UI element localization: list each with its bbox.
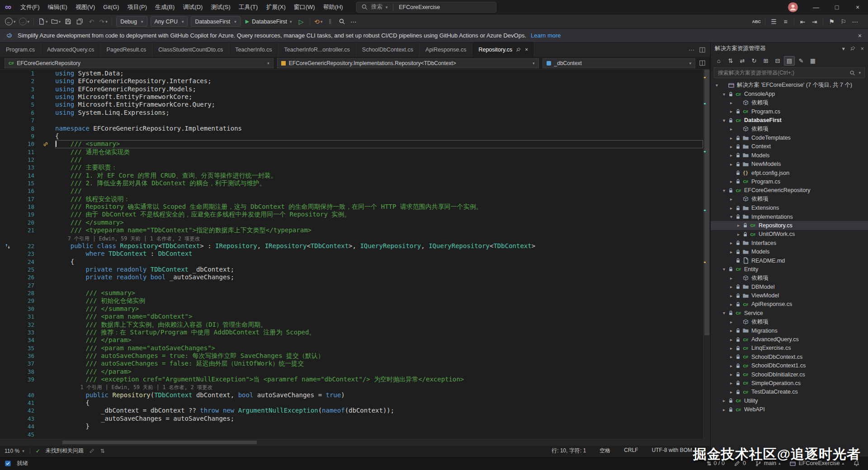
menu-test[interactable]: 测试(S) [207, 0, 234, 14]
decrease-indent[interactable]: ⇤ [797, 16, 808, 27]
tree-chevron-icon[interactable]: ▸ [728, 363, 735, 368]
code-line[interactable]: 13 /// 主要职责： [0, 164, 703, 171]
tree-chevron-icon[interactable]: ▾ [713, 83, 720, 88]
collapse-all-button[interactable]: ⊟ [772, 56, 783, 66]
code-cleanup-icon[interactable] [89, 448, 95, 454]
solution-search-box[interactable]: 搜索解决方案资源管理器(Ctrl+;) ▾ [714, 67, 865, 78]
editor-vertical-scrollbar[interactable] [703, 70, 710, 439]
editor-toolbar-overflow[interactable]: ⋯ [849, 16, 861, 27]
background-tasks-icon[interactable] [5, 460, 11, 467]
codelens-row[interactable]: 1 个引用 | Edwin, 59 天前 | 1 名作者, 2 项更改 [0, 383, 703, 391]
hot-reload[interactable]: ⟲▾ [313, 16, 324, 27]
tree-chevron-icon[interactable]: ▸ [728, 390, 735, 395]
code-line[interactable]: 34 /// </param> [0, 336, 703, 344]
tree-item-implementations[interactable]: ▾Implementations [711, 212, 868, 221]
tree-chevron-icon[interactable]: ▸ [728, 179, 735, 184]
tree-item-linqexercise-cs[interactable]: ▸C#LinqExercise.cs [711, 344, 868, 352]
code-line[interactable]: 29 /// 初始化仓储实例 [0, 297, 703, 305]
code-line[interactable]: 8namespace EFCoreGenericRepository.Imple… [0, 125, 703, 132]
switch-views-button[interactable]: ⌂ [713, 56, 724, 66]
code-line[interactable]: 17 /// 线程安全说明： [0, 195, 703, 203]
tree-item-advancedquery-cs[interactable]: ▸C#AdvancedQuery.cs [711, 335, 868, 343]
code-line[interactable]: 41 { [0, 399, 703, 407]
tab-schooldbcontext-cs[interactable]: SchoolDbContext.cs [356, 42, 420, 57]
tree-chevron-icon[interactable]: ▸ [728, 328, 735, 333]
menu-window[interactable]: 窗口(W) [290, 0, 319, 14]
menu-git[interactable]: Git(G) [99, 0, 123, 14]
tree-chevron-icon[interactable]: ▸ [728, 293, 735, 298]
code-line[interactable]: 39 /// <exception cref="ArgumentNullExce… [0, 376, 703, 383]
menu-edit[interactable]: 编辑(E) [44, 0, 71, 14]
start-without-debugging[interactable]: ▷ [296, 16, 307, 27]
tree-item-consoleapp[interactable]: ▾C#ConsoleApp [711, 89, 868, 98]
tree-item-解决方案-efcoreexercise-7-个项目-共-7-个[interactable]: ▾解决方案 'EFCoreExercise' (7 个项目, 共 7 个) [711, 81, 868, 89]
tree-item-context[interactable]: ▸Context [711, 142, 868, 151]
tree-item-codetemplates[interactable]: ▸CodeTemplates [711, 133, 868, 142]
tree-chevron-icon[interactable]: ▾ [721, 267, 727, 272]
codelens-row[interactable]: 7 个引用 | Edwin, 59 天前 | 1 名作者, 2 项更改 [0, 235, 703, 242]
code-line[interactable]: 24 { [0, 258, 703, 266]
tree-item-依赖项[interactable]: ▸依赖项 [711, 195, 868, 203]
tree-chevron-icon[interactable]: ▾ [721, 310, 727, 315]
file-encoding[interactable]: UTF-8 with BOM [652, 447, 692, 455]
codelens-info[interactable]: 7 个引用 | Edwin, 59 天前 | 1 名作者, 2 项更改 [55, 235, 200, 242]
code-line[interactable]: 11 /// 通用仓储实现类 [0, 148, 703, 156]
menu-help[interactable]: 帮助(H) [319, 0, 347, 14]
previous-bookmark[interactable]: ⚐ [838, 16, 849, 27]
code-line[interactable]: 16 /// [0, 187, 703, 195]
pin-panel-icon[interactable] [850, 46, 856, 52]
tree-item-program-cs[interactable]: ▸C#Program.cs [711, 107, 868, 116]
toggle-block-comment[interactable]: ☰ [768, 16, 779, 27]
tree-chevron-icon[interactable]: ▸ [728, 100, 735, 105]
code-line[interactable]: 27 [0, 282, 703, 289]
title-search-box[interactable]: 搜索 ▾ EFCoreExercise [356, 2, 496, 13]
code-line[interactable]: 2using EFCoreGenericRepository.Interface… [0, 77, 703, 85]
code-line[interactable]: 21 /// <typeparam name="TDbContext">指定的数… [0, 226, 703, 234]
solution-name-label[interactable]: EFCoreExercise [399, 4, 440, 10]
code-line[interactable]: 10 /// <summary> [0, 140, 703, 148]
tab-apiresponse-cs[interactable]: ApiResponse.cs [420, 42, 472, 57]
solution-platforms[interactable]: Any CPU▾ [151, 16, 188, 27]
tree-item-entity[interactable]: ▾C#Entity [711, 265, 868, 273]
code-line[interactable]: 14 /// 1. 对 EF Core 的常用 CRUD、查询、分页等操作进行统… [0, 172, 703, 179]
tree-chevron-icon[interactable]: ▸ [728, 320, 735, 324]
info-bar-close-icon[interactable]: × [858, 32, 862, 39]
break-all[interactable]: ‖ [325, 16, 336, 27]
code-line[interactable]: 44 } [0, 423, 703, 430]
start-debugging[interactable]: ▶DatabaseFirst▾ [242, 16, 295, 27]
tree-chevron-icon[interactable]: ▸ [728, 136, 735, 141]
tree-item-依赖项[interactable]: ▸依赖项 [711, 99, 868, 107]
code-line[interactable]: 33 /// 推荐：在 Startup/Program 中使用 AddDbCon… [0, 329, 703, 336]
increase-indent[interactable]: ⇥ [809, 16, 820, 27]
indentation-mode[interactable]: 空格 [599, 447, 610, 455]
breadcrumb-type-dropdown[interactable]: EFCoreGenericRepository.Implementations.… [277, 58, 539, 68]
scroll-position-icon[interactable]: ⇅ [100, 448, 105, 454]
close-panel-icon[interactable]: × [861, 46, 864, 52]
tab-program-cs[interactable]: Program.cs [0, 42, 41, 57]
search-options-caret-icon[interactable]: ▾ [859, 70, 861, 75]
breadcrumb-member-dropdown[interactable]: _dbContext▾ [542, 58, 695, 68]
find-in-files[interactable] [336, 16, 348, 27]
tree-item-models[interactable]: ▸Models [711, 151, 868, 160]
code-line[interactable]: 31 /// <param name="dbContext"> [0, 313, 703, 320]
tree-chevron-icon[interactable]: ▸ [728, 284, 735, 289]
tree-item-schooldbcontext1-cs[interactable]: ▸C#SchoolDbContext1.cs [711, 362, 868, 370]
refresh-button[interactable]: ↻ [749, 56, 760, 66]
code-line[interactable]: 9{ [0, 132, 703, 140]
tree-item-service[interactable]: ▾C#Service [711, 309, 868, 317]
tab-repository-cs[interactable]: Repository.cs× [472, 42, 534, 57]
tree-chevron-icon[interactable]: ▸ [728, 381, 735, 385]
codelens-info[interactable]: 1 个引用 | Edwin, 59 天前 | 1 名作者, 2 项更改 [55, 384, 212, 390]
code-line[interactable]: 19 /// 由于 DbContext 不是线程安全的，应避免在多线程中并发使用… [0, 211, 703, 218]
tree-item-migrations[interactable]: ▸Migrations [711, 326, 868, 335]
code-line[interactable]: 12 /// [0, 156, 703, 164]
properties-button[interactable]: ✎ [796, 56, 807, 66]
tree-item-utility[interactable]: ▸C#Utility [711, 396, 868, 405]
horizontal-scrollbar-thumb[interactable] [62, 441, 257, 444]
code-editor[interactable]: 1using System.Data;2using EFCoreGenericR… [0, 70, 703, 439]
tree-item-efpt-config-json[interactable]: {}efpt.config.json [711, 169, 868, 177]
tree-chevron-icon[interactable]: ▸ [728, 372, 735, 377]
tree-item-依赖项[interactable]: ▸依赖项 [711, 318, 868, 326]
vertical-scrollbar-thumb[interactable] [704, 70, 709, 335]
tab-close-icon[interactable]: × [525, 47, 528, 53]
